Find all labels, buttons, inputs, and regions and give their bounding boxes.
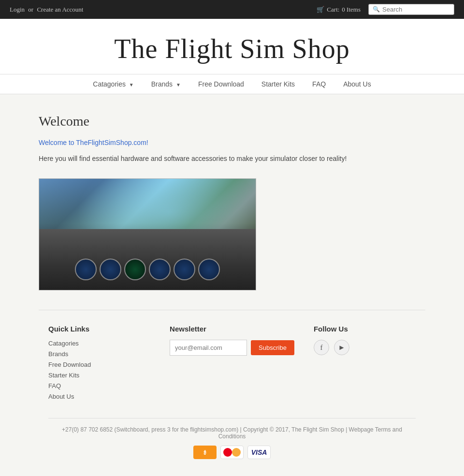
newsletter-email-input[interactable] <box>170 340 247 356</box>
nav-item-about: About Us <box>334 74 380 94</box>
footer-link-starter-kits[interactable]: Starter Kits <box>48 372 79 379</box>
instrument-6 <box>198 259 220 280</box>
nav-item-starter-kits: Starter Kits <box>253 74 304 94</box>
footer: Quick Links Catagories Brands Free Downl… <box>39 310 425 469</box>
or-separator: or <box>28 6 33 13</box>
search-box: 🔍 <box>368 4 454 15</box>
nav-item-free-download: Free Download <box>189 74 253 94</box>
cockpit-panel <box>39 229 256 290</box>
nav-link-free-download[interactable]: Free Download <box>189 74 253 94</box>
login-link[interactable]: Login <box>10 6 25 13</box>
mc-left-circle <box>223 448 232 457</box>
instrument-5 <box>174 259 195 280</box>
list-item: About Us <box>48 393 150 401</box>
mastercard-payment-icon <box>220 446 244 459</box>
content-wrapper: Welcome Welcome to TheFlightSimShop.com!… <box>0 94 464 476</box>
footer-link-about[interactable]: About Us <box>48 393 74 400</box>
copyright-text: +27(0) 87 702 6852 (Switchboard, press 3… <box>62 426 347 433</box>
footer-follow: Follow Us f ► <box>314 325 416 404</box>
nav-link-brands[interactable]: Brands ▼ <box>143 74 189 94</box>
instrument-2 <box>100 259 121 280</box>
payment-icons: ₿ VISA <box>48 446 416 459</box>
subscribe-button[interactable]: Subscribe <box>251 340 294 355</box>
list-item: FAQ <box>48 382 150 390</box>
footer-link-faq[interactable]: FAQ <box>48 382 61 389</box>
footer-grid: Quick Links Catagories Brands Free Downl… <box>48 325 416 404</box>
footer-link-free-download[interactable]: Free Download <box>48 361 91 368</box>
visa-payment-icon: VISA <box>247 446 271 459</box>
create-account-link[interactable]: Create an Account <box>37 6 83 13</box>
welcome-link[interactable]: Welcome to TheFlightSimShop.com! <box>39 139 425 146</box>
footer-link-brands[interactable]: Brands <box>48 350 68 358</box>
nav-link-categories[interactable]: Catagories ▼ <box>84 74 143 94</box>
nav-item-brands: Brands ▼ <box>143 74 189 94</box>
footer-quick-links: Quick Links Catagories Brands Free Downl… <box>48 325 150 404</box>
nav-link-starter-kits[interactable]: Starter Kits <box>253 74 304 94</box>
welcome-body: Here you will find essential hardware an… <box>39 153 425 164</box>
top-bar-right: 🛒 Cart: 0 Items 🔍 <box>317 4 454 15</box>
instrument-4 <box>149 259 171 280</box>
chevron-down-icon: ▼ <box>129 82 134 87</box>
search-input[interactable] <box>382 6 450 13</box>
footer-newsletter: Newsletter Subscribe <box>170 325 294 404</box>
youtube-icon[interactable]: ► <box>334 340 349 355</box>
list-item: Brands <box>48 350 150 358</box>
footer-copyright: +27(0) 87 702 6852 (Switchboard, press 3… <box>48 426 416 440</box>
newsletter-heading: Newsletter <box>170 325 294 333</box>
instrument-3 <box>124 259 146 280</box>
social-icons: f ► <box>314 340 416 355</box>
search-icon: 🔍 <box>373 6 380 13</box>
instrument-row <box>49 259 246 280</box>
nav-item-categories: Catagories ▼ <box>84 74 143 94</box>
instrument-1 <box>75 259 97 280</box>
cart-count: 0 Items <box>342 6 361 14</box>
footer-bottom: +27(0) 87 702 6852 (Switchboard, press 3… <box>48 418 416 459</box>
nav-link-about[interactable]: About Us <box>334 74 380 94</box>
follow-heading: Follow Us <box>314 325 416 333</box>
site-title: The Flight Sim Shop <box>10 33 454 64</box>
chevron-down-icon: ▼ <box>176 82 181 87</box>
list-item: Starter Kits <box>48 372 150 379</box>
nav-link-faq[interactable]: FAQ <box>304 74 334 94</box>
top-bar-auth: Login or Create an Account <box>10 6 83 14</box>
nav-item-faq: FAQ <box>304 74 334 94</box>
bitcoin-payment-icon: ₿ <box>193 446 217 459</box>
top-bar: Login or Create an Account 🛒 Cart: 0 Ite… <box>0 0 464 19</box>
quick-links-list: Catagories Brands Free Download Starter … <box>48 340 150 401</box>
site-header: The Flight Sim Shop <box>0 19 464 74</box>
cart-label: Cart: <box>327 6 339 14</box>
cart-link[interactable]: 🛒 Cart: 0 Items <box>317 6 361 14</box>
flight-sim-image <box>39 178 256 290</box>
mc-right-circle <box>232 448 241 457</box>
footer-link-categories[interactable]: Catagories <box>48 340 79 347</box>
list-item: Catagories <box>48 340 150 347</box>
main-nav: Catagories ▼ Brands ▼ Free Download Star… <box>0 74 464 94</box>
newsletter-form: Subscribe <box>170 340 294 356</box>
list-item: Free Download <box>48 361 150 369</box>
cart-icon: 🛒 <box>317 6 324 14</box>
quick-links-heading: Quick Links <box>48 325 150 333</box>
facebook-icon[interactable]: f <box>314 340 329 355</box>
main-content: Welcome Welcome to TheFlightSimShop.com!… <box>29 94 435 476</box>
welcome-heading: Welcome <box>39 114 425 129</box>
